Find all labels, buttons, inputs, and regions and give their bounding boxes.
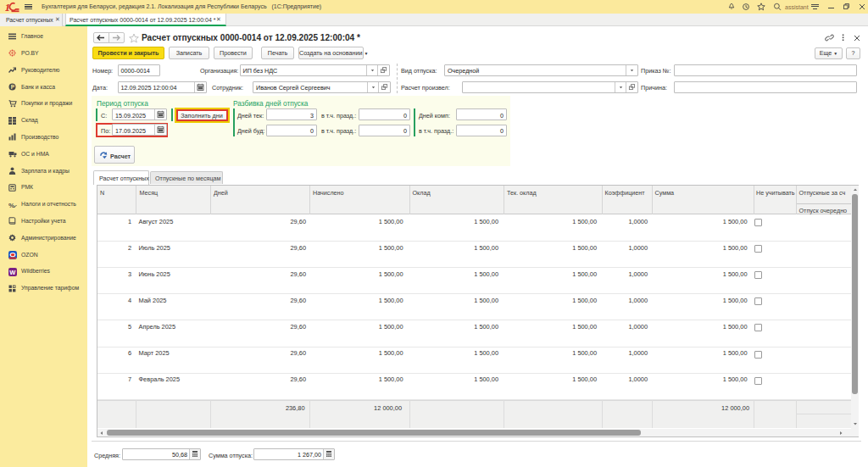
svg-text:W: W <box>9 268 16 275</box>
svg-text:P: P <box>11 84 15 90</box>
svg-text:%: % <box>8 201 14 208</box>
